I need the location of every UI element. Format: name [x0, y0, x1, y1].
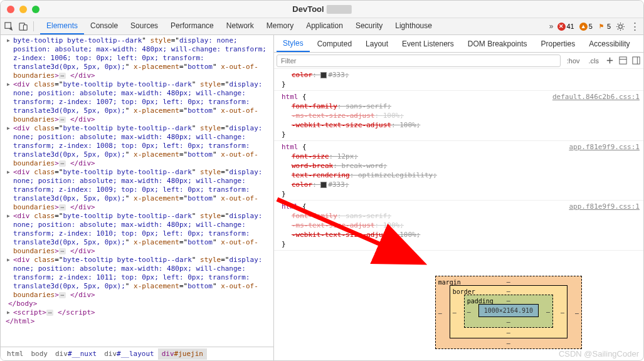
- tab-lighthouse[interactable]: Lighthouse: [389, 18, 438, 34]
- crumb-#juejin[interactable]: div#juejin: [158, 348, 207, 360]
- window-title: DevTool: [292, 4, 351, 14]
- tab-security[interactable]: Security: [349, 18, 389, 34]
- subtab-accessibility[interactable]: Accessibility: [583, 36, 636, 51]
- error-badge[interactable]: ✕41: [557, 23, 574, 31]
- tab-network[interactable]: Network: [220, 18, 260, 34]
- crumb-html[interactable]: html: [3, 348, 28, 360]
- inspect-icon[interactable]: [4, 22, 14, 31]
- box-model[interactable]: margin –––– border –––– padding –––– 100…: [435, 276, 582, 349]
- css-rule[interactable]: default.846c2b6.css:1html {font-family: …: [274, 91, 643, 141]
- svg-rect-0: [5, 22, 11, 28]
- computed-icon[interactable]: [618, 56, 628, 65]
- styles-tabs: StylesComputedLayoutEvent ListenersDOM B…: [274, 35, 643, 53]
- new-rule-icon[interactable]: [605, 56, 615, 65]
- breadcrumb[interactable]: htmlbodydiv#__nuxtdiv#__layoutdiv#juejin: [1, 347, 273, 360]
- flag-badge[interactable]: ⚑5: [598, 23, 611, 31]
- dom-node[interactable]: <div class="byte-tooltip byte-tooltip--d…: [6, 80, 273, 124]
- subtab-properties[interactable]: Properties: [535, 36, 582, 51]
- tab-performance[interactable]: Performance: [164, 18, 220, 34]
- crumb-body[interactable]: body: [28, 348, 52, 360]
- tab-console[interactable]: Console: [84, 18, 124, 34]
- css-rule[interactable]: app.f81e9f9.css:1html {font-family: sans…: [274, 201, 643, 251]
- tab-sources[interactable]: Sources: [124, 18, 164, 34]
- dom-tree[interactable]: byte-tooltip byte-tooltip--dark" style="…: [1, 35, 273, 347]
- dom-node[interactable]: byte-tooltip byte-tooltip--dark" style="…: [6, 36, 273, 80]
- zoom-dot[interactable]: [32, 6, 40, 13]
- kebab-icon[interactable]: ⋮: [630, 21, 640, 32]
- device-icon[interactable]: [19, 22, 28, 31]
- tab-elements[interactable]: Elements: [40, 18, 84, 34]
- subtab-dom-breakpoints[interactable]: DOM Breakpoints: [462, 36, 534, 51]
- css-rule[interactable]: app.f81e9f9.css:1html {font-size: 12px;w…: [274, 141, 643, 201]
- css-rule[interactable]: color: #333;}: [274, 69, 643, 91]
- warning-badge[interactable]: ▲5: [579, 23, 593, 31]
- dom-node[interactable]: <div class="byte-tooltip byte-tooltip--d…: [6, 212, 273, 256]
- filter-input[interactable]: [277, 55, 561, 67]
- hov-toggle[interactable]: :hov: [564, 56, 583, 66]
- more-tabs-icon[interactable]: »: [546, 22, 557, 31]
- cls-toggle[interactable]: .cls: [586, 56, 602, 66]
- rule-source[interactable]: app.f81e9f9.css:1: [569, 142, 640, 152]
- watermark: CSDN @SailingCoder: [559, 349, 639, 358]
- close-dot[interactable]: [7, 6, 14, 13]
- minimize-dot[interactable]: [19, 6, 27, 13]
- sidebar-icon[interactable]: [631, 56, 641, 65]
- svg-rect-2: [24, 24, 28, 29]
- subtab-computed[interactable]: Computed: [311, 36, 358, 51]
- svg-rect-5: [633, 57, 640, 64]
- styles-pane[interactable]: color: #333;}default.846c2b6.css:1html {…: [274, 69, 643, 360]
- dom-node[interactable]: <div class="byte-tooltip byte-tooltip--d…: [6, 256, 273, 300]
- subtab-event-listeners[interactable]: Event Listeners: [396, 36, 460, 51]
- subtab-layout[interactable]: Layout: [359, 36, 394, 51]
- crumb-#__layout[interactable]: div#__layout: [100, 348, 157, 360]
- titlebar: DevTool: [1, 1, 643, 18]
- dom-node[interactable]: <div class="byte-tooltip byte-tooltip--d…: [6, 168, 273, 212]
- crumb-#__nuxt[interactable]: div#__nuxt: [51, 348, 100, 360]
- tab-memory[interactable]: Memory: [260, 18, 300, 34]
- gear-icon[interactable]: [616, 22, 625, 31]
- subtab-styles[interactable]: Styles: [277, 36, 310, 52]
- rule-source[interactable]: app.f81e9f9.css:1: [569, 202, 640, 211]
- dom-node[interactable]: <div class="byte-tooltip byte-tooltip--d…: [6, 124, 273, 168]
- devtools-toolbar: ElementsConsoleSourcesPerformanceNetwork…: [1, 18, 643, 35]
- svg-point-3: [619, 24, 623, 28]
- svg-rect-4: [620, 57, 626, 64]
- tab-application[interactable]: Application: [300, 18, 349, 34]
- rule-source[interactable]: default.846c2b6.css:1: [552, 92, 640, 102]
